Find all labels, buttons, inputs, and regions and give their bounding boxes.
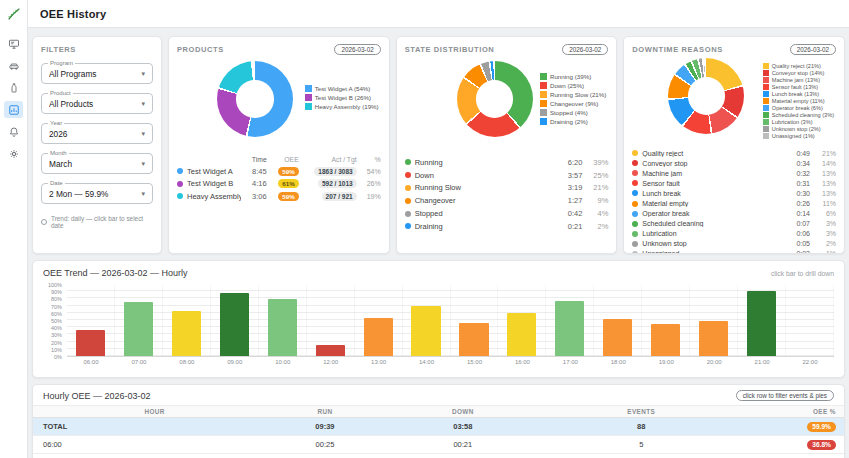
downtime-row[interactable]: Material empty 0:26 11%: [632, 198, 836, 208]
legend-item[interactable]: Test Widget A (54%): [305, 85, 379, 92]
trend-bar-21:00[interactable]: [747, 291, 776, 356]
trend-bar-14:00[interactable]: [411, 306, 440, 356]
date-chip[interactable]: 2026-03-02: [790, 44, 836, 55]
product-row[interactable]: Heavy Assembly 3:06 59% 207 / 921 19%: [177, 192, 381, 201]
trend-bar-slot[interactable]: [67, 285, 115, 356]
trend-title: OEE Trend — 2026-03-02 — Hourly: [43, 268, 188, 278]
legend-item[interactable]: Stopped (4%): [540, 109, 606, 116]
products-donut-chart[interactable]: [217, 61, 293, 137]
legend-item[interactable]: Running (39%): [540, 73, 606, 80]
legend-item[interactable]: Running Slow (21%): [540, 91, 606, 98]
sidebar-item-machine[interactable]: [4, 57, 23, 74]
chevron-down-icon: ▾: [141, 190, 145, 198]
filter-select[interactable]: Year 2026 ▾: [41, 123, 153, 144]
table-row[interactable]: 06:00 00:25 00:21 5 36.8%: [33, 436, 844, 454]
trend-bar-slot[interactable]: [355, 285, 403, 356]
trend-bar-slot[interactable]: [498, 285, 546, 356]
legend-item[interactable]: Material empty (11%): [763, 98, 834, 104]
filter-select[interactable]: Date 2 Mon — 59.9% ▾: [41, 183, 153, 204]
downtime-row[interactable]: Lubrication 0:06 3%: [632, 229, 836, 239]
legend-item[interactable]: Down (25%): [540, 82, 606, 89]
downtime-row[interactable]: Lunch break 0:30 13%: [632, 188, 836, 198]
legend-item[interactable]: Lubrication (3%): [763, 119, 834, 125]
product-row[interactable]: Test Widget B 4:16 61% 592 / 1013 26%: [177, 179, 381, 188]
state-row[interactable]: Draining 0:21 2%: [405, 220, 609, 233]
trend-bar-07:00[interactable]: [124, 302, 153, 356]
legend-item[interactable]: Draining (2%): [540, 118, 606, 125]
trend-bar-18:00[interactable]: [603, 319, 632, 356]
trend-bar-slot[interactable]: [163, 285, 211, 356]
date-chip[interactable]: 2026-03-02: [334, 44, 380, 55]
product-row[interactable]: Test Widget A 8:45 59% 1863 / 3083 54%: [177, 167, 381, 176]
state-row[interactable]: Running Slow 3:19 21%: [405, 182, 609, 195]
trend-bar-10:00[interactable]: [268, 299, 297, 356]
table-row[interactable]: TOTAL 09:39 03:58 88 59.9%: [33, 418, 844, 436]
legend-item[interactable]: Sensor fault (13%): [763, 84, 834, 90]
trend-bar-slot[interactable]: [115, 285, 163, 356]
filter-select[interactable]: Product All Products ▾: [41, 93, 153, 114]
trend-bar-slot[interactable]: [451, 285, 499, 356]
trend-bar-17:00[interactable]: [555, 301, 584, 356]
downtime-row[interactable]: Sensor fault 0:31 13%: [632, 178, 836, 188]
sidebar-item-monitor[interactable]: [4, 35, 23, 52]
state-row[interactable]: Running 6:20 39%: [405, 156, 609, 169]
trend-bar-13:00[interactable]: [364, 318, 393, 356]
trend-bar-slot[interactable]: [786, 285, 834, 356]
filter-select[interactable]: Program All Programs ▾: [41, 63, 153, 84]
filter-hint-chip[interactable]: click row to filter events & pies: [736, 390, 834, 401]
legend-item[interactable]: Unknown stop (2%): [763, 126, 834, 132]
trend-bar-16:00[interactable]: [507, 313, 536, 356]
trend-bar-19:00[interactable]: [651, 324, 680, 356]
legend-item[interactable]: Unassigned (1%): [763, 133, 834, 139]
trend-bar-slot[interactable]: [259, 285, 307, 356]
legend-item[interactable]: Quality reject (21%): [763, 63, 834, 69]
legend-item[interactable]: Machine jam (13%): [763, 77, 834, 83]
trend-bar-20:00[interactable]: [699, 321, 728, 356]
downtime-row[interactable]: Unassigned 0:03 1%: [632, 249, 836, 254]
downtime-row[interactable]: Quality reject 0:49 21%: [632, 148, 836, 158]
legend-label: Lubrication (3%): [772, 119, 813, 125]
trend-bar-slot[interactable]: [738, 285, 786, 356]
trend-bar-slot[interactable]: [403, 285, 451, 356]
trend-bar-12:00[interactable]: [316, 345, 345, 356]
state-row[interactable]: Stopped 0:42 4%: [405, 207, 609, 220]
downtime-row[interactable]: Operator break 0:14 6%: [632, 209, 836, 219]
sidebar-item-settings[interactable]: [4, 145, 23, 162]
state-row[interactable]: Down 3:57 25%: [405, 169, 609, 182]
trend-bar-slot[interactable]: [642, 285, 690, 356]
legend-item[interactable]: Heavy Assembly (19%): [305, 103, 379, 110]
downtime-donut-chart[interactable]: [668, 58, 744, 134]
downtime-row[interactable]: Unknown stop 0:05 2%: [632, 239, 836, 249]
trend-bar-slot[interactable]: [546, 285, 594, 356]
legend-item[interactable]: Test Widget B (26%): [305, 94, 379, 101]
downtime-row[interactable]: Machine jam 0:32 13%: [632, 168, 836, 178]
table-row[interactable]: 07:00 00:40 00:13 4 75.5%: [33, 454, 844, 458]
x-axis: 06:0007:0008:0009:0010:0012:0013:0014:00…: [67, 359, 834, 365]
trend-bar-15:00[interactable]: [459, 323, 488, 356]
trend-bar-slot[interactable]: [690, 285, 738, 356]
state-donut-chart[interactable]: [457, 61, 533, 137]
trend-bar-slot[interactable]: [307, 285, 355, 356]
legend-item[interactable]: Conveyor stop (14%): [763, 70, 834, 76]
downtime-row[interactable]: Conveyor stop 0:34 14%: [632, 158, 836, 168]
trend-bar-06:00[interactable]: [76, 330, 105, 356]
trend-mode-note: Trend: daily — click bar to select date: [41, 215, 153, 229]
legend-item[interactable]: Operator break (6%): [763, 105, 834, 111]
date-chip[interactable]: 2026-03-02: [562, 44, 608, 55]
trend-bar-08:00[interactable]: [172, 311, 201, 356]
trend-bar-slot[interactable]: [594, 285, 642, 356]
filter-select[interactable]: Month March ▾: [41, 153, 153, 174]
downtime-chart-zone: Quality reject (21%) Conveyor stop (14%)…: [632, 55, 836, 143]
trend-bar-09:00[interactable]: [220, 293, 249, 356]
sidebar-item-bottle[interactable]: [4, 79, 23, 96]
downtime-row[interactable]: Scheduled cleaning 0:07 3%: [632, 219, 836, 229]
trend-bar-slot[interactable]: [211, 285, 259, 356]
legend-item[interactable]: Changeover (9%): [540, 100, 606, 107]
reason-color-dot: [632, 160, 638, 166]
sidebar-item-analytics[interactable]: [4, 101, 23, 118]
products-table: Test Widget A 8:45 59% 1863 / 3083 54% T…: [177, 163, 381, 201]
legend-item[interactable]: Scheduled cleaning (3%): [763, 112, 834, 118]
sidebar-item-notifications[interactable]: [4, 123, 23, 140]
state-row[interactable]: Changeover 1:27 9%: [405, 194, 609, 207]
legend-item[interactable]: Lunch break (13%): [763, 91, 834, 97]
